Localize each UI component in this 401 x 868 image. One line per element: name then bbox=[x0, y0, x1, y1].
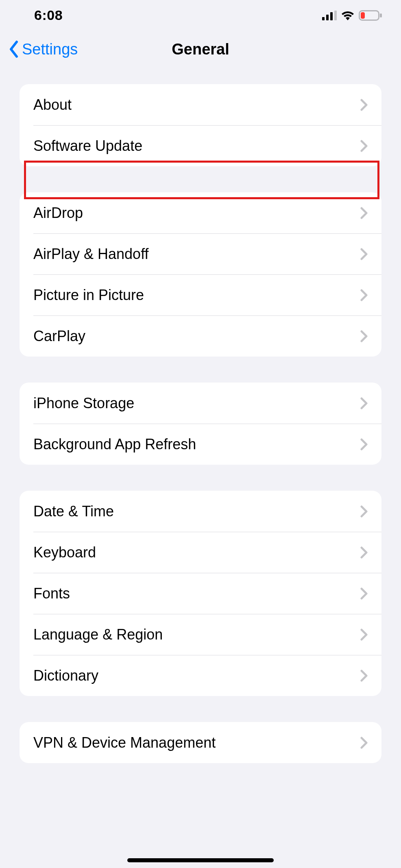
chevron-right-icon bbox=[360, 330, 368, 342]
back-label: Settings bbox=[22, 41, 78, 58]
row-airdrop[interactable]: AirDrop bbox=[20, 192, 381, 233]
status-time: 6:08 bbox=[34, 7, 63, 23]
svg-rect-6 bbox=[361, 12, 365, 19]
chevron-right-icon bbox=[360, 99, 368, 111]
svg-rect-0 bbox=[322, 17, 325, 20]
group-vpn: VPN & Device Management bbox=[20, 722, 381, 763]
row-label: Picture in Picture bbox=[33, 287, 144, 304]
row-airplay-handoff[interactable]: AirPlay & Handoff bbox=[20, 233, 381, 274]
home-indicator bbox=[127, 858, 274, 862]
row-label: AirPlay & Handoff bbox=[33, 246, 148, 263]
row-iphone-storage[interactable]: iPhone Storage bbox=[20, 383, 381, 424]
row-date-time[interactable]: Date & Time bbox=[20, 491, 381, 532]
chevron-right-icon bbox=[360, 670, 368, 682]
row-label: Keyboard bbox=[33, 544, 96, 561]
navigation-bar: Settings General bbox=[0, 30, 401, 68]
row-label: Fonts bbox=[33, 585, 70, 602]
group-date-time: Date & Time Keyboard Fonts Language & Re… bbox=[20, 491, 381, 696]
row-fonts[interactable]: Fonts bbox=[20, 573, 381, 614]
row-carplay[interactable]: CarPlay bbox=[20, 315, 381, 357]
chevron-right-icon bbox=[360, 397, 368, 409]
group-airdrop: AirDrop AirPlay & Handoff Picture in Pic… bbox=[20, 192, 381, 357]
chevron-right-icon bbox=[360, 587, 368, 600]
chevron-left-icon bbox=[8, 40, 20, 58]
row-label: Language & Region bbox=[33, 626, 163, 643]
row-vpn-device-management[interactable]: VPN & Device Management bbox=[20, 722, 381, 763]
chevron-right-icon bbox=[360, 737, 368, 749]
chevron-right-icon bbox=[360, 248, 368, 260]
chevron-right-icon bbox=[360, 546, 368, 559]
row-label: Dictionary bbox=[33, 667, 98, 684]
row-label: VPN & Device Management bbox=[33, 734, 216, 751]
status-bar: 6:08 bbox=[0, 0, 401, 30]
row-label: iPhone Storage bbox=[33, 395, 134, 412]
group-storage: iPhone Storage Background App Refresh bbox=[20, 383, 381, 465]
battery-low-icon bbox=[359, 10, 382, 21]
row-software-update[interactable]: Software Update bbox=[20, 125, 381, 166]
chevron-right-icon bbox=[360, 140, 368, 152]
svg-rect-1 bbox=[326, 15, 329, 20]
row-background-app-refresh[interactable]: Background App Refresh bbox=[20, 424, 381, 465]
svg-rect-3 bbox=[334, 11, 337, 20]
chevron-right-icon bbox=[360, 629, 368, 641]
cellular-signal-icon bbox=[322, 11, 337, 20]
row-label: About bbox=[33, 96, 72, 113]
row-label: Software Update bbox=[33, 137, 142, 154]
row-label: CarPlay bbox=[33, 328, 85, 345]
back-button[interactable]: Settings bbox=[8, 40, 78, 58]
settings-content: About Software Update AirDrop AirPlay & … bbox=[0, 68, 401, 763]
row-keyboard[interactable]: Keyboard bbox=[20, 532, 381, 573]
row-label: Date & Time bbox=[33, 503, 114, 520]
status-icons bbox=[322, 10, 382, 21]
svg-rect-2 bbox=[330, 12, 333, 20]
chevron-right-icon bbox=[360, 289, 368, 301]
row-dictionary[interactable]: Dictionary bbox=[20, 655, 381, 696]
chevron-right-icon bbox=[360, 438, 368, 450]
wifi-icon bbox=[341, 11, 355, 20]
row-language-region[interactable]: Language & Region bbox=[20, 614, 381, 655]
group-about: About Software Update bbox=[20, 84, 381, 166]
chevron-right-icon bbox=[360, 207, 368, 219]
row-picture-in-picture[interactable]: Picture in Picture bbox=[20, 274, 381, 315]
svg-rect-5 bbox=[380, 13, 382, 17]
row-label: Background App Refresh bbox=[33, 436, 196, 453]
row-label: AirDrop bbox=[33, 204, 83, 222]
row-about[interactable]: About bbox=[20, 84, 381, 125]
chevron-right-icon bbox=[360, 505, 368, 518]
